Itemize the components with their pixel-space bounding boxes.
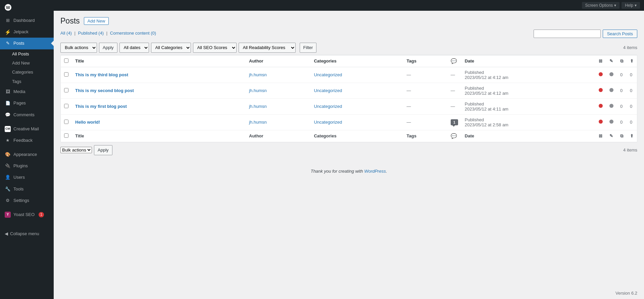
bulk-actions-select-bottom[interactable]: Bulk actions <box>60 147 92 153</box>
row-checkbox[interactable] <box>64 120 68 124</box>
filter-button[interactable]: Filter <box>300 43 317 53</box>
filter-link-published[interactable]: Published (4) <box>78 31 104 36</box>
bulk-actions-select-top[interactable]: Bulk actions <box>60 43 97 53</box>
collapse-menu-button[interactable]: ◀ Collapse menu <box>0 227 54 240</box>
add-new-button[interactable]: Add New <box>84 17 109 25</box>
post-comments-cell: — <box>447 67 461 83</box>
readability-select[interactable]: All Readability Scores <box>239 43 296 53</box>
post-val2-cell: 0 <box>627 98 637 114</box>
th-seo: ⊠ <box>595 55 606 67</box>
tf-categories: Categories <box>310 130 403 142</box>
tf-seo-icon: ⊠ <box>599 133 602 138</box>
sidebar-item-jetpack[interactable]: ⚡ Jetpack <box>0 26 54 38</box>
sidebar-item-users[interactable]: 👤 Users <box>0 172 54 183</box>
th-copy: ⧉ <box>617 55 627 67</box>
sidebar-item-media[interactable]: 🖼 Media <box>0 86 54 97</box>
help-button[interactable]: Help ▾ <box>622 2 640 9</box>
filter-link-all[interactable]: All (4) <box>60 31 72 36</box>
post-author-link[interactable]: jh.humsn <box>249 88 267 93</box>
post-categories-cell: Uncategorized <box>310 98 403 114</box>
creative-mail-icon: CM <box>5 126 11 132</box>
sidebar-item-plugins[interactable]: 🔌 Plugins <box>0 160 54 172</box>
sidebar-item-feedback[interactable]: ★ Feedback <box>0 135 54 146</box>
th-title: Title <box>72 55 246 67</box>
select-all-footer-checkbox[interactable] <box>64 133 68 138</box>
post-title-link[interactable]: This is my third blog post <box>75 72 128 77</box>
post-category-link[interactable]: Uncategorized <box>314 120 342 125</box>
select-all-checkbox-header[interactable] <box>61 55 72 67</box>
post-author-link[interactable]: jh.humsn <box>249 104 267 109</box>
readability-dot-gray <box>609 120 613 124</box>
share-icon: ⬆ <box>630 58 634 63</box>
sidebar-sub-add-new[interactable]: Add New <box>0 58 54 68</box>
sidebar-item-tools[interactable]: 🔧 Tools <box>0 183 54 195</box>
select-all-checkbox-footer[interactable] <box>61 130 72 142</box>
sidebar-logo[interactable]: W <box>0 0 54 15</box>
search-input[interactable] <box>534 30 601 38</box>
post-title-link[interactable]: Hello world! <box>75 120 100 125</box>
post-title-link[interactable]: This is my first blog post <box>75 104 127 109</box>
sidebar-item-dashboard[interactable]: ⊞ Dashboard <box>0 15 54 26</box>
seo-dot-red <box>599 120 603 124</box>
post-tags-cell: — <box>403 67 447 83</box>
screen-options-chevron-icon: ▾ <box>614 3 616 8</box>
row-checkbox-cell[interactable] <box>61 67 72 83</box>
sidebar-active-arrow <box>51 41 54 46</box>
post-title-link[interactable]: This is my second blog post <box>75 88 134 93</box>
post-date-cell: Published 2023/05/12 at 4:12 am <box>461 83 595 98</box>
seo-scores-select[interactable]: All SEO Scores <box>193 43 237 53</box>
post-author-link[interactable]: jh.humsn <box>249 120 267 125</box>
post-seo-dot-cell <box>595 114 606 130</box>
sidebar-item-yoast-seo[interactable]: Y Yoast SEO 1 <box>0 209 54 220</box>
post-date: 2023/05/12 at 2:58 am <box>465 122 508 127</box>
row-checkbox-cell[interactable] <box>61 98 72 114</box>
post-category-link[interactable]: Uncategorized <box>314 88 342 93</box>
categories-select[interactable]: All Categories <box>151 43 191 53</box>
sidebar-item-label: Comments <box>13 112 35 118</box>
post-status: Published <box>465 70 484 75</box>
post-author-cell: jh.humsn <box>246 83 310 98</box>
tools-icon: 🔧 <box>5 186 11 192</box>
sidebar-item-appearance[interactable]: 🎨 Appearance <box>0 149 54 160</box>
seo-dot-red <box>599 72 603 76</box>
row-checkbox[interactable] <box>64 72 68 77</box>
wordpress-link[interactable]: WordPress <box>364 169 386 174</box>
screen-options-button[interactable]: Screen Options ▾ <box>582 2 620 9</box>
dates-select[interactable]: All dates <box>119 43 149 53</box>
sidebar-item-creative-mail[interactable]: CM Creative Mail <box>0 123 54 135</box>
collapse-label: Collapse menu <box>10 231 39 236</box>
users-icon: 👤 <box>5 175 11 181</box>
row-checkbox[interactable] <box>64 88 68 92</box>
post-tags-cell: — <box>403 114 447 130</box>
apply-button-bottom[interactable]: Apply <box>94 145 112 155</box>
sidebar-sub-all-posts[interactable]: All Posts <box>0 49 54 58</box>
post-val1-cell: 0 <box>617 98 627 114</box>
row-checkbox-cell[interactable] <box>61 114 72 130</box>
row-checkbox-cell[interactable] <box>61 83 72 98</box>
post-date-cell: Published 2023/05/12 at 2:58 am <box>461 114 595 130</box>
post-categories-cell: Uncategorized <box>310 83 403 98</box>
row-checkbox[interactable] <box>64 104 68 108</box>
sidebar-item-posts[interactable]: ✎ Posts <box>0 38 54 49</box>
post-category-link[interactable]: Uncategorized <box>314 72 342 77</box>
post-category-link[interactable]: Uncategorized <box>314 104 342 109</box>
sidebar-item-pages[interactable]: 📄 Pages <box>0 97 54 109</box>
table-footer-row: Title Author Categories Tags 💬 Date ⊠ ✎ … <box>61 130 637 142</box>
sidebar-item-settings[interactable]: ⚙ Settings <box>0 195 54 206</box>
plugins-icon: 🔌 <box>5 163 11 169</box>
filter-link-cornerstone[interactable]: Cornerstone content (0) <box>110 31 156 36</box>
post-categories-cell: Uncategorized <box>310 67 403 83</box>
sidebar-sub-categories[interactable]: Categories <box>0 68 54 77</box>
sidebar-sub-tags[interactable]: Tags <box>0 77 54 86</box>
apply-button-top[interactable]: Apply <box>99 43 117 53</box>
post-date-cell: Published 2023/05/12 at 4:12 am <box>461 67 595 83</box>
select-all-checkbox[interactable] <box>64 58 68 63</box>
post-author-link[interactable]: jh.humsn <box>249 72 267 77</box>
items-count-bottom: 4 items <box>623 147 637 153</box>
comment-count-badge[interactable]: 1 <box>451 119 458 125</box>
post-read-dot-cell <box>606 98 617 114</box>
sidebar-item-comments[interactable]: 💬 Comments <box>0 109 54 121</box>
edit-icon: ✎ <box>609 58 613 63</box>
tf-title: Title <box>72 130 246 142</box>
search-posts-button[interactable]: Search Posts <box>603 30 637 38</box>
